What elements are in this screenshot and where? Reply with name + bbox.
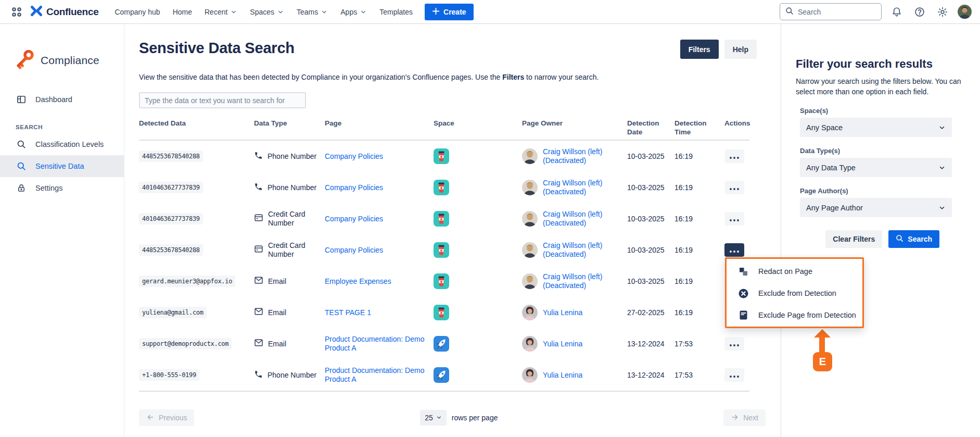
sensitive-data-search-input[interactable] — [139, 92, 306, 108]
page-owner-link[interactable]: Craig Willson (left) (Deactivated) — [543, 179, 620, 196]
coffee-space-icon — [434, 273, 515, 289]
chevron-down-icon — [321, 8, 328, 16]
sidebar-item-classification-levels[interactable]: Classification Levels — [0, 133, 124, 155]
page-link[interactable]: Company Policies — [325, 152, 383, 161]
global-search[interactable] — [780, 3, 882, 20]
column-header-detection-date: Detection Date — [627, 119, 674, 136]
detected-data-chip: 4485253678540288 — [139, 244, 203, 256]
row-actions-button[interactable] — [724, 368, 744, 382]
man-avatar — [522, 242, 538, 258]
nav-item-company-hub[interactable]: Company hub — [110, 5, 164, 19]
create-button[interactable]: Create — [425, 4, 474, 20]
nav-item-teams[interactable]: Teams — [292, 5, 333, 19]
sidebar-item-label: Sensitive Data — [35, 162, 84, 170]
settings-gear-icon[interactable] — [935, 4, 950, 20]
column-header-detection-time: Detection Time — [674, 119, 724, 136]
notifications-icon[interactable] — [889, 4, 905, 20]
nav-item-templates[interactable]: Templates — [375, 5, 417, 19]
context-menu-item-redact-on-page[interactable]: Redact on Page — [727, 260, 862, 282]
nav-item-home[interactable]: Home — [168, 5, 197, 19]
row-actions-button[interactable] — [724, 149, 744, 163]
detection-time: 16:19 — [674, 152, 693, 160]
search-icon — [16, 161, 27, 171]
row-actions-button[interactable] — [724, 181, 744, 194]
compliance-app-name: Compliance — [41, 54, 99, 67]
filter-select-data-type-s[interactable]: Any Data Type — [800, 158, 952, 177]
page-owner-link[interactable]: Yulia Lenina — [543, 308, 582, 317]
sidebar-top-items: Dashboard — [0, 89, 124, 110]
page-owner-link[interactable]: Craig Willson (left) (Deactivated) — [543, 241, 620, 259]
table-row: yuliena@gmail.comEmailTEST PAGE 1Yulia L… — [139, 297, 749, 328]
credit-card-icon — [254, 214, 263, 224]
credit-card-icon — [254, 245, 263, 255]
rows-per-page-select[interactable]: 25 — [420, 410, 447, 426]
confluence-app: Confluence Company hubHomeRecentSpacesTe… — [0, 0, 980, 437]
filter-field-label: Data Type(s) — [800, 147, 964, 155]
page-owner-link[interactable]: Yulia Lenina — [543, 340, 582, 348]
confluence-logo[interactable]: Confluence — [30, 5, 98, 19]
woman-avatar — [522, 367, 538, 383]
coffee-space-icon — [434, 211, 515, 227]
detection-time: 17:53 — [674, 371, 693, 379]
more-options-icon — [730, 246, 739, 254]
phone-icon — [254, 151, 263, 162]
page-link[interactable]: Company Policies — [325, 183, 383, 192]
sidebar-item-label: Dashboard — [35, 95, 72, 104]
data-type-cell: Phone Number — [254, 370, 317, 381]
row-actions-button[interactable] — [724, 212, 744, 226]
page-link[interactable]: Employee Expenses — [325, 277, 391, 286]
chevron-down-icon — [938, 204, 946, 211]
search-icon — [785, 7, 794, 17]
page-link[interactable]: Company Policies — [325, 215, 383, 223]
context-menu-item-exclude-from-detection[interactable]: Exclude from Detection — [727, 282, 862, 304]
filter-panel: Filter your search results Narrow your s… — [781, 24, 980, 437]
help-icon[interactable] — [912, 4, 927, 20]
help-button[interactable]: Help — [724, 40, 757, 59]
sidebar-item-label: Classification Levels — [35, 140, 104, 148]
detection-time: 17:53 — [674, 340, 693, 348]
previous-button[interactable]: Previous — [139, 409, 194, 426]
next-button[interactable]: Next — [723, 409, 766, 426]
compliance-logo: Compliance — [14, 48, 124, 73]
global-search-input[interactable] — [798, 8, 866, 16]
chevron-down-icon — [230, 8, 237, 16]
page-owner-link[interactable]: Craig Willson (left) (Deactivated) — [543, 147, 620, 165]
page-owner-link[interactable]: Craig Willson (left) (Deactivated) — [543, 272, 620, 290]
nav-item-apps[interactable]: Apps — [336, 5, 372, 19]
coffee-space-icon — [434, 242, 515, 258]
page-link[interactable]: Product Documentation: Demo Product A — [325, 366, 426, 384]
phone-icon — [254, 182, 263, 193]
filter-select-page-author-s[interactable]: Any Page Author — [800, 198, 952, 217]
data-type-cell: Credit Card Number — [254, 241, 317, 259]
pagination: Previous 25 rows per page Next — [139, 409, 766, 426]
page-owner-link[interactable]: Yulia Lenina — [543, 371, 582, 380]
page-owner-link[interactable]: Craig Willson (left) (Deactivated) — [543, 210, 620, 228]
man-avatar — [522, 211, 538, 227]
chevron-down-icon — [938, 164, 946, 171]
detected-data-chip: gerard.meunier3@appfox.io — [139, 276, 235, 287]
sidebar-item-settings[interactable]: Settings — [0, 177, 124, 199]
clear-filters-button[interactable]: Clear Filters — [825, 230, 882, 248]
filter-search-button[interactable]: Search — [888, 230, 939, 248]
app-switcher-icon[interactable] — [9, 5, 24, 19]
sidebar-item-dashboard[interactable]: Dashboard — [0, 89, 124, 110]
filters-button[interactable]: Filters — [680, 40, 719, 59]
row-actions-button[interactable] — [724, 337, 744, 351]
coffee-space-icon — [434, 180, 515, 195]
user-avatar[interactable] — [958, 5, 972, 19]
chevron-down-icon — [360, 8, 367, 16]
table-row: 4010463627737839Phone NumberCompany Poli… — [139, 172, 749, 203]
more-options-icon — [730, 371, 739, 379]
row-actions-button[interactable] — [724, 243, 744, 257]
filter-select-space-s[interactable]: Any Space — [800, 118, 952, 137]
page-link[interactable]: TEST PAGE 1 — [325, 308, 371, 317]
nav-item-spaces[interactable]: Spaces — [245, 5, 289, 19]
page-link[interactable]: Company Policies — [325, 246, 383, 255]
rocket-space-icon — [434, 336, 515, 352]
plus-icon — [432, 7, 440, 17]
page-link[interactable]: Product Documentation: Demo Product A — [325, 335, 426, 353]
nav-item-recent[interactable]: Recent — [200, 5, 242, 19]
sidebar-item-sensitive-data[interactable]: Sensitive Data — [0, 155, 124, 177]
context-menu-item-exclude-page-from-detection[interactable]: Exclude Page from Detection — [727, 304, 862, 326]
dashboard-icon — [16, 94, 27, 105]
